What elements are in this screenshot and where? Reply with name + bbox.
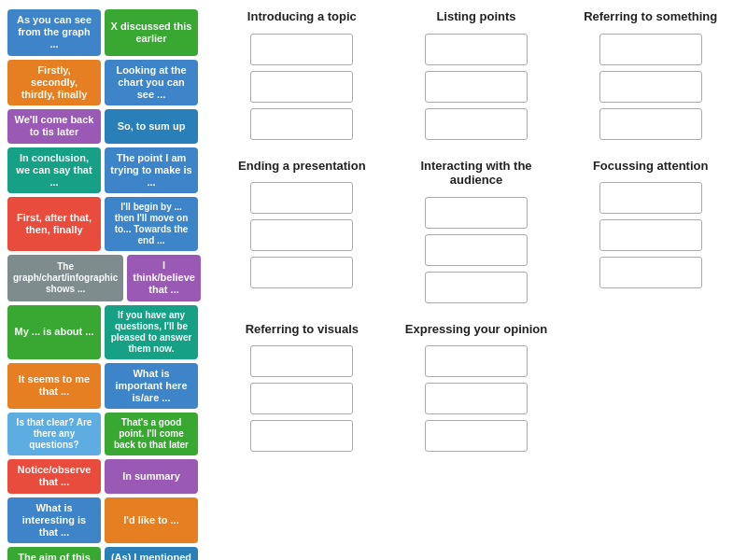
phrase-tile[interactable]: I think/believe that ... [127,255,201,301]
category-interacting: Interacting with the audience [394,159,559,303]
drop-box[interactable] [599,182,702,214]
category-introducing: Introducing a topic [219,9,385,140]
category-ending: Ending a presentation [219,159,385,303]
phrase-tile[interactable]: I'd like to ... [105,497,198,544]
drop-box[interactable] [250,71,353,103]
phrase-row-4: In conclusion, we can say that ... The p… [7,147,198,194]
drop-box[interactable] [250,420,353,452]
category-referring-something: Referring to something [568,9,733,140]
category-title-referring-something: Referring to something [584,9,717,24]
drop-box[interactable] [425,420,528,452]
phrase-tile[interactable]: If you have any questions, I'll be pleas… [105,305,198,359]
phrase-row-12: The aim of this ... (As) I mentioned ear… [7,547,198,560]
drop-box[interactable] [425,345,528,377]
category-title-introducing: Introducing a topic [247,9,357,24]
drop-box[interactable] [250,182,353,214]
phrase-row-10: Notice/observe that ... In summary [7,459,198,493]
top-categories-row: Introducing a topic Listing points Refer… [219,9,733,140]
category-title-listing: Listing points [436,9,515,24]
drop-box[interactable] [425,197,528,229]
category-focussing: Focussing attention [568,159,733,303]
category-expressing: Expressing your opinion [394,322,559,453]
drop-box[interactable] [425,234,528,266]
phrase-tile[interactable]: In summary [105,459,198,493]
phrase-tile[interactable]: I'll begin by ... then I'll move on to..… [105,197,198,251]
phrase-tile[interactable]: Is that clear? Are there any questions? [7,413,101,455]
drop-box[interactable] [250,34,353,65]
phrase-tile[interactable]: X discussed this earlier [105,9,198,56]
phrase-row-2: Firstly, secondly, thirdly, finally Look… [7,60,198,106]
phrase-tile[interactable]: Notice/observe that ... [7,459,101,493]
category-listing: Listing points [394,9,559,140]
phrase-tile[interactable]: That's a good point. I'll come back to t… [105,413,198,455]
phrase-tile[interactable]: What is important here is/are ... [105,363,198,410]
phrase-row-11: What is interesting is that ... I'd like… [7,497,198,544]
drop-box[interactable] [250,108,353,140]
middle-categories-row: Ending a presentation Interacting with t… [219,159,733,303]
category-title-interacting: Interacting with the audience [394,159,559,188]
drop-box[interactable] [425,272,528,303]
phrase-row-8: It seems to me that ... What is importan… [7,363,198,410]
category-title-referring-visuals: Referring to visuals [246,322,359,337]
drop-box[interactable] [250,257,353,288]
bottom-categories-row: Referring to visuals Expressing your opi… [219,322,733,453]
drop-box[interactable] [599,71,702,103]
drop-box[interactable] [425,34,528,65]
phrase-row-5: First, after that, then, finally I'll be… [7,197,198,251]
phrase-tile[interactable]: In conclusion, we can say that ... [7,147,101,194]
phrase-row-9: Is that clear? Are there any questions? … [7,413,198,455]
drop-box[interactable] [599,108,702,140]
right-panel: Introducing a topic Listing points Refer… [205,0,747,560]
phrase-tile[interactable]: The graph/chart/infographic shows ... [7,255,123,301]
phrase-tile[interactable]: We'll come back to tis later [7,109,101,143]
phrase-row-3: We'll come back to tis later So, to sum … [7,109,198,143]
category-title-focussing: Focussing attention [593,159,709,174]
phrase-tile[interactable]: The aim of this ... [7,547,101,560]
phrase-row-6: The graph/chart/infographic shows ... I … [7,255,198,301]
category-referring-visuals: Referring to visuals [219,322,385,453]
drop-box[interactable] [250,383,353,414]
drop-box[interactable] [425,108,528,140]
phrase-tile[interactable]: What is interesting is that ... [7,497,101,544]
category-title-ending: Ending a presentation [238,159,366,174]
phrase-tile[interactable]: Looking at the chart you can see ... [105,60,198,106]
categories-grid: Introducing a topic Listing points Refer… [219,9,733,551]
phrase-row-7: My ... is about ... If you have any ques… [7,305,198,359]
drop-box[interactable] [599,257,702,288]
phrase-tile[interactable]: (As) I mentioned earlier ... [105,547,198,560]
phrase-tile[interactable]: My ... is about ... [7,305,101,359]
phrase-tile[interactable]: First, after that, then, finally [7,197,101,251]
drop-box[interactable] [250,219,353,251]
left-panel: As you can see from the graph ... X disc… [0,0,205,560]
category-title-expressing: Expressing your opinion [405,322,547,337]
phrase-row-1: As you can see from the graph ... X disc… [7,9,198,56]
phrase-tile[interactable]: As you can see from the graph ... [7,9,101,56]
phrase-tile[interactable]: Firstly, secondly, thirdly, finally [7,60,101,106]
drop-box[interactable] [599,34,702,65]
drop-box[interactable] [425,71,528,103]
drop-box[interactable] [250,345,353,377]
phrase-tile[interactable]: It seems to me that ... [7,363,101,410]
phrase-tile[interactable]: The point I am trying to make is ... [105,147,198,194]
phrase-tile[interactable]: So, to sum up [105,109,198,143]
drop-box[interactable] [599,219,702,251]
drop-box[interactable] [425,383,528,414]
